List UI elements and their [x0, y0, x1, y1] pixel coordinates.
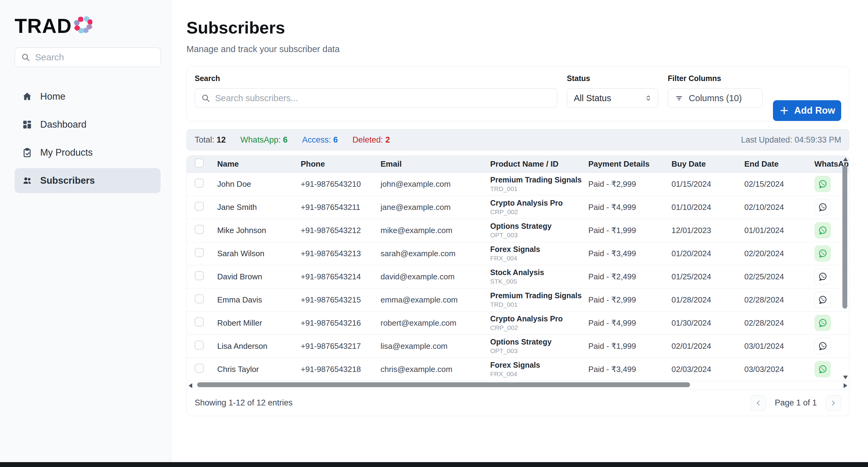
- subscriber-search-input[interactable]: [215, 93, 551, 103]
- add-row-label: Add Row: [794, 105, 835, 116]
- scroll-up-arrow-icon[interactable]: [843, 157, 848, 161]
- whatsapp-button[interactable]: [814, 222, 831, 239]
- scroll-right-arrow-icon[interactable]: [844, 383, 847, 388]
- cell-name: David Brown: [217, 265, 301, 288]
- logo: TRAD: [14, 12, 161, 40]
- cell-end-date: 02/15/2024: [744, 173, 814, 195]
- column-header-phone[interactable]: Phone: [301, 156, 380, 173]
- select-all-checkbox[interactable]: [195, 158, 204, 167]
- cell-name: Robert Miller: [217, 311, 301, 335]
- sidebar-item-my-products[interactable]: My Products: [14, 140, 161, 165]
- pagination: Page 1 of 1: [750, 395, 841, 411]
- vertical-scrollbar[interactable]: [842, 157, 847, 379]
- columns-button-label: Columns (10): [689, 93, 742, 103]
- whatsapp-icon: [818, 179, 828, 189]
- horizontal-scrollbar-thumb[interactable]: [197, 382, 690, 387]
- row-checkbox[interactable]: [195, 179, 204, 188]
- whatsapp-button[interactable]: [814, 338, 831, 354]
- whatsapp-button[interactable]: [814, 245, 831, 262]
- home-icon: [22, 91, 32, 102]
- scroll-down-arrow-icon[interactable]: [843, 376, 848, 379]
- scroll-left-arrow-icon[interactable]: [189, 383, 192, 388]
- stat-whatsapp: WhatsApp: 6: [240, 135, 288, 145]
- chevron-left-icon: [754, 399, 762, 407]
- cell-product: Premium Trading Signals TRD_001: [490, 288, 588, 311]
- whatsapp-icon: [818, 295, 828, 305]
- next-page-button[interactable]: [825, 395, 841, 411]
- whatsapp-button[interactable]: [814, 361, 831, 377]
- cell-email: chris@example.com: [380, 357, 490, 381]
- horizontal-scrollbar[interactable]: [189, 382, 847, 389]
- cell-phone: +91-9876543217: [301, 335, 380, 357]
- cell-phone: +91-9876543214: [301, 265, 380, 288]
- sidebar-search[interactable]: [14, 48, 161, 67]
- row-checkbox[interactable]: [195, 317, 204, 326]
- sidebar-item-subscribers[interactable]: Subscribers: [14, 168, 161, 193]
- table-footer: Showing 1-12 of 12 entries Page 1 of 1: [187, 390, 849, 416]
- cell-payment: Paid - ₹1,999: [588, 219, 672, 242]
- whatsapp-button[interactable]: [814, 315, 831, 331]
- column-header-name[interactable]: Name: [217, 156, 301, 173]
- whatsapp-button[interactable]: [814, 176, 831, 192]
- cell-payment: Paid - ₹1,999: [588, 335, 672, 357]
- vertical-scrollbar-thumb[interactable]: [842, 165, 847, 309]
- row-checkbox[interactable]: [195, 271, 204, 280]
- row-checkbox[interactable]: [195, 225, 204, 234]
- sidebar-search-input[interactable]: [35, 52, 154, 62]
- column-header-end-date[interactable]: End Date: [744, 156, 814, 173]
- cell-email: emma@example.com: [380, 288, 490, 311]
- whatsapp-icon: [818, 341, 828, 351]
- dashboard-icon: [22, 119, 32, 130]
- whatsapp-button[interactable]: [814, 269, 831, 285]
- cell-end-date: 02/28/2024: [744, 311, 814, 335]
- add-row-button[interactable]: Add Row: [773, 100, 841, 121]
- column-header-email[interactable]: Email: [380, 156, 490, 173]
- cell-end-date: 01/01/2024: [744, 219, 814, 242]
- sidebar-item-home[interactable]: Home: [14, 84, 161, 109]
- row-checkbox[interactable]: [195, 341, 204, 350]
- logo-ring-icon: [73, 15, 92, 34]
- cell-payment: Paid - ₹3,499: [588, 357, 672, 381]
- cell-product: Forex Signals FRX_004: [490, 357, 588, 381]
- cell-phone: +91-9876543215: [301, 288, 380, 311]
- updown-chevron-icon: [644, 94, 652, 102]
- sidebar: TRAD: [0, 0, 171, 467]
- table-row: Jane Smith +91-9876543211 jane@example.c…: [187, 195, 849, 219]
- subscribers-table-card: Name Phone Email Product Name / ID Payme…: [186, 155, 849, 416]
- whatsapp-button[interactable]: [814, 291, 831, 308]
- sidebar-item-dashboard[interactable]: Dashboard: [14, 112, 161, 137]
- status-select[interactable]: All Status: [567, 88, 658, 108]
- cell-email: john@example.com: [380, 173, 490, 195]
- chevron-right-icon: [829, 399, 837, 407]
- table-row: Lisa Anderson +91-9876543217 lisa@exampl…: [187, 335, 849, 357]
- column-header-payment[interactable]: Payment Details: [588, 156, 672, 173]
- columns-button[interactable]: Columns (10): [668, 88, 763, 108]
- column-header-buy-date[interactable]: Buy Date: [672, 156, 744, 173]
- cell-buy-date: 01/30/2024: [672, 311, 744, 335]
- page-indicator: Page 1 of 1: [775, 398, 817, 408]
- column-header-product[interactable]: Product Name / ID: [490, 156, 588, 173]
- cell-name: Chris Taylor: [217, 357, 301, 381]
- stat-total: Total: 12: [195, 135, 226, 145]
- cell-end-date: 03/01/2024: [744, 335, 814, 357]
- cell-name: Sarah Wilson: [217, 242, 301, 265]
- whatsapp-icon: [818, 364, 828, 374]
- cell-email: robert@example.com: [380, 311, 490, 335]
- cell-payment: Paid - ₹4,999: [588, 195, 672, 219]
- cell-end-date: 03/03/2024: [744, 357, 814, 381]
- cell-phone: +91-9876543211: [301, 195, 380, 219]
- cell-buy-date: 12/01/2023: [672, 219, 744, 242]
- subscriber-search[interactable]: [195, 88, 557, 108]
- row-checkbox[interactable]: [195, 364, 204, 373]
- previous-page-button[interactable]: [750, 395, 766, 411]
- row-checkbox[interactable]: [195, 248, 204, 257]
- sidebar-item-label: Subscribers: [40, 175, 95, 186]
- page-title: Subscribers: [186, 18, 868, 37]
- row-checkbox[interactable]: [195, 294, 204, 303]
- cell-name: Jane Smith: [217, 195, 301, 219]
- cell-phone: +91-9876543216: [301, 311, 380, 335]
- cell-buy-date: 01/28/2024: [672, 288, 744, 311]
- row-checkbox[interactable]: [195, 202, 204, 211]
- sidebar-item-label: Home: [40, 91, 65, 102]
- whatsapp-button[interactable]: [814, 199, 831, 215]
